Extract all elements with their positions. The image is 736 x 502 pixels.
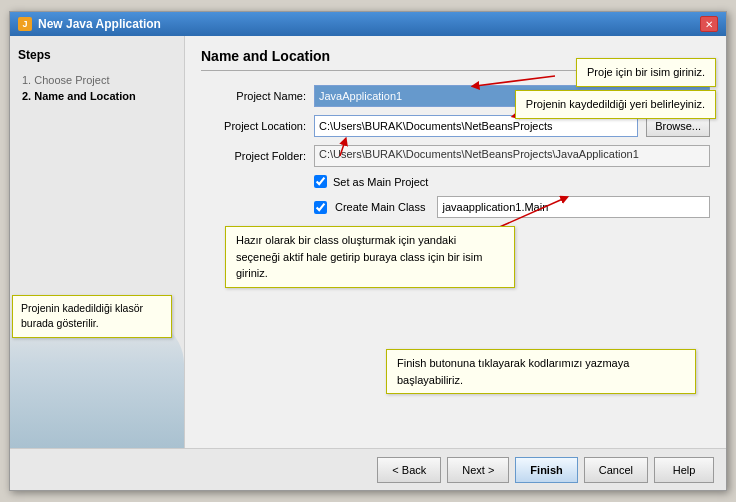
sidebar-step-1: 1. Choose Project [18,72,176,88]
set-main-project-label: Set as Main Project [333,176,428,188]
button-bar: < Back Next > Finish Cancel Help [10,448,726,490]
project-folder-row: Project Folder: C:\Users\BURAK\Documents… [201,145,710,167]
sidebar-step-2: 2. Name and Location [18,88,176,104]
set-main-project-row: Set as Main Project [201,175,710,188]
app-icon: J [18,17,32,31]
sidebar-annotation: Projenin kadedildiği klasör burada göste… [12,295,172,339]
project-name-label: Project Name: [201,90,306,102]
create-main-class-label: Create Main Class [335,201,425,213]
sidebar: Steps 1. Choose Project 2. Name and Loca… [10,36,185,448]
create-main-class-row: Create Main Class [201,196,710,218]
next-button[interactable]: Next > [447,457,509,483]
title-bar: J New Java Application ✕ [10,12,726,36]
cancel-button[interactable]: Cancel [584,457,648,483]
project-folder-label: Project Folder: [201,150,306,162]
finish-button[interactable]: Finish [515,457,577,483]
close-button[interactable]: ✕ [700,16,718,32]
set-main-project-checkbox[interactable] [314,175,327,188]
project-folder-value: C:\Users\BURAK\Documents\NetBeansProject… [314,145,710,167]
project-location-label: Project Location: [201,120,306,132]
main-class-input[interactable] [437,196,710,218]
sidebar-title: Steps [18,48,176,62]
content-area: Steps 1. Choose Project 2. Name and Loca… [10,36,726,448]
create-main-class-checkbox[interactable] [314,201,327,214]
main-window: J New Java Application ✕ Steps 1. Choose… [9,11,727,491]
back-button[interactable]: < Back [377,457,441,483]
annotation-main-class: Hazır olarak bir class oluşturmak için y… [225,226,515,288]
window-title: New Java Application [38,17,161,31]
title-bar-left: J New Java Application [18,17,161,31]
main-panel: Name and Location Project Name: Project … [185,36,726,448]
annotation-project-name: Proje için bir isim giriniz. [576,58,716,87]
help-button[interactable]: Help [654,457,714,483]
annotation-project-location: Projenin kaydedildiği yeri belirleyiniz. [515,90,716,119]
annotation-finish: Finish butonuna tıklayarak kodlarımızı y… [386,349,696,394]
